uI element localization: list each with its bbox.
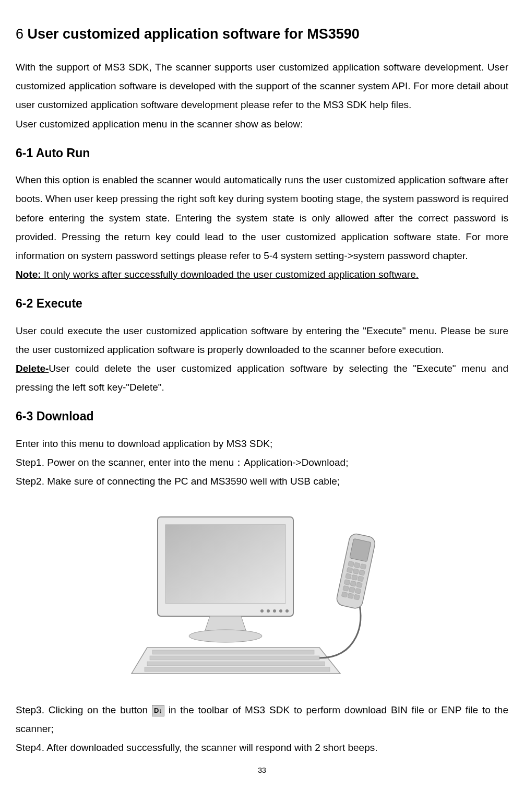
- svg-rect-15: [348, 561, 354, 567]
- heading-6-1: 6-1 Auto Run: [16, 142, 508, 165]
- svg-rect-22: [351, 574, 358, 580]
- delete-text: User could delete the user customized ap…: [16, 363, 508, 393]
- svg-point-4: [267, 609, 270, 613]
- svg-rect-31: [348, 593, 354, 599]
- svg-rect-18: [347, 567, 353, 573]
- svg-rect-30: [341, 592, 348, 597]
- intro-para-1: With the support of MS3 SDK, The scanner…: [16, 58, 508, 114]
- heading-6-2: 6-2 Execute: [16, 292, 508, 315]
- svg-point-3: [260, 609, 264, 613]
- step-4: Step4. After downloaded successfully, th…: [16, 738, 508, 757]
- svg-rect-25: [350, 581, 356, 586]
- svg-rect-12: [145, 667, 330, 672]
- svg-rect-14: [350, 538, 371, 561]
- svg-rect-29: [355, 588, 361, 594]
- svg-rect-16: [354, 562, 360, 568]
- intro-para-2: User customized application menu in the …: [16, 115, 508, 134]
- svg-rect-24: [344, 580, 350, 585]
- download-button-icon: D↓: [152, 705, 164, 716]
- svg-point-8: [189, 630, 262, 642]
- svg-rect-9: [152, 650, 314, 654]
- svg-rect-11: [147, 662, 325, 666]
- section-6-2-delete: Delete-User could delete the user custom…: [16, 359, 508, 397]
- heading-1: 6 User customized application software f…: [16, 21, 508, 48]
- svg-point-6: [279, 609, 282, 613]
- svg-point-7: [285, 609, 289, 613]
- svg-rect-10: [150, 656, 319, 660]
- heading-6-3: 6-3 Download: [16, 405, 508, 428]
- pc-scanner-illustration: [126, 507, 398, 684]
- heading-1-text: User customized application software for…: [28, 26, 360, 42]
- step-3-text-a: Step3. Clicking on the button: [16, 704, 152, 715]
- svg-rect-17: [360, 563, 366, 569]
- note-text: It only works after successfully downloa…: [41, 269, 419, 280]
- svg-rect-21: [346, 573, 352, 579]
- svg-rect-32: [354, 594, 360, 600]
- section-6-1-note: Note: It only works after successfully d…: [16, 265, 508, 284]
- svg-rect-28: [349, 587, 355, 593]
- section-6-3-intro: Enter into this menu to download applica…: [16, 434, 508, 453]
- svg-point-5: [273, 609, 276, 613]
- delete-label: Delete-: [16, 363, 49, 374]
- svg-rect-19: [353, 569, 359, 574]
- page-number: 33: [16, 763, 508, 778]
- step-3: Step3. Clicking on the button D↓ in the …: [16, 701, 508, 738]
- note-label: Note:: [16, 269, 41, 280]
- svg-rect-2: [165, 525, 285, 603]
- section-6-1-para: When this option is enabled the scanner …: [16, 171, 508, 265]
- svg-rect-23: [358, 576, 364, 582]
- svg-rect-27: [343, 585, 349, 591]
- section-6-2-para-1: User could execute the user customized a…: [16, 322, 508, 359]
- step-1: Step1. Power on the scanner, enter into …: [16, 453, 508, 472]
- svg-rect-26: [356, 582, 363, 588]
- pc-scanner-figure: [16, 507, 508, 690]
- svg-rect-20: [359, 570, 365, 575]
- heading-1-number: 6: [16, 26, 28, 42]
- step-2: Step2. Make sure of connecting the PC an…: [16, 472, 508, 491]
